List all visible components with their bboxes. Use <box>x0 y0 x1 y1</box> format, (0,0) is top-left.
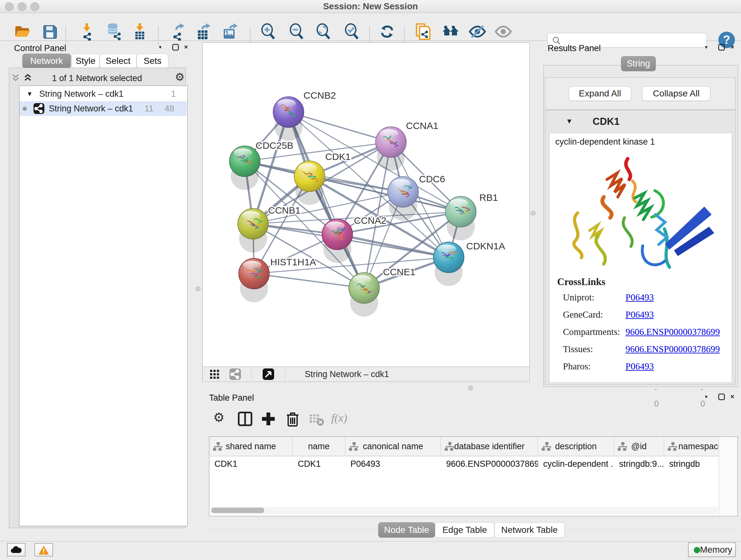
tab-string-results[interactable]: String <box>621 56 656 71</box>
crosslink-row: Uniprot:P06493 <box>557 288 605 305</box>
table-options-gear-icon[interactable]: ⚙ <box>213 412 231 430</box>
table-vertical-scrollbar[interactable] <box>719 437 738 515</box>
export-network-icon[interactable] <box>169 23 187 41</box>
node-label-cdkn1a: CDKN1A <box>466 241 505 251</box>
cytoscape-window: Session: New Session <box>0 0 741 560</box>
results-panel-close-icon[interactable]: ✕ <box>727 44 738 54</box>
column-label: name <box>293 437 345 456</box>
save-session-icon[interactable] <box>41 23 59 41</box>
open-session-icon[interactable] <box>13 23 30 41</box>
function-builder-icon: f(x) <box>331 411 347 425</box>
protein-detail-card: cyclin-dependent kinase 1 <box>549 133 732 383</box>
table-cell[interactable]: stringdb:9... <box>614 456 664 472</box>
network-collection-row[interactable]: ▼ String Network – cdk1 1 <box>19 86 187 101</box>
node-gloss <box>392 179 410 187</box>
section-expanded-icon[interactable]: ▼ <box>566 117 573 125</box>
control-panel-float-icon[interactable] <box>170 44 181 53</box>
refresh-network-icon[interactable] <box>378 23 396 41</box>
crosslink-link[interactable]: P06493 <box>625 292 654 303</box>
current-network-name: String Network – cdk1 <box>305 367 389 381</box>
table-cell[interactable]: CDK1 <box>209 456 293 472</box>
results-panel-collapse-icon[interactable]: ▾ <box>701 44 712 54</box>
network-edge[interactable] <box>337 234 449 257</box>
show-all-icon[interactable] <box>494 23 512 41</box>
network-share-view-icon[interactable] <box>229 368 241 380</box>
table-panel-collapse-icon[interactable]: ▾ <box>701 394 712 403</box>
column-header-canonical-name[interactable]: canonical name <box>345 437 441 456</box>
crosslink-link[interactable]: P06493 <box>625 361 654 372</box>
tab-network-table[interactable]: Network Table <box>494 522 564 538</box>
tab-select[interactable]: Select <box>99 54 137 68</box>
zoom-fit-icon[interactable] <box>315 23 333 41</box>
network-view[interactable]: CCNB2CCNA1CDC25BCDK1CDC6RB1CCNB1CCNA2CDK… <box>202 43 530 367</box>
node-label-cdc25b: CDC25B <box>256 140 293 151</box>
right-splitter-handle[interactable] <box>531 211 536 215</box>
title-bar: Session: New Session <box>0 0 741 13</box>
results-panel-title: Results Panel <box>548 44 601 53</box>
tree-expanded-icon[interactable]: ▼ <box>26 86 33 101</box>
cloud-status-button[interactable] <box>7 543 25 557</box>
column-header-shared-name[interactable]: shared name <box>209 437 293 456</box>
delete-table-icon <box>307 410 325 428</box>
network-selection-summary: 1 of 1 Network selected <box>10 73 185 83</box>
node-gloss <box>437 245 456 253</box>
table-cell[interactable]: P06493 <box>345 456 441 472</box>
add-column-icon[interactable] <box>259 410 277 428</box>
table-columns-icon[interactable] <box>236 410 254 428</box>
import-network-icon[interactable] <box>78 23 96 41</box>
crosslink-link[interactable]: 9606.ENSP00000378699 <box>625 327 720 337</box>
table-cell[interactable]: cyclin-dependent ... <box>538 456 614 472</box>
zoom-selected-icon[interactable] <box>343 23 361 41</box>
bottom-splitter-handle[interactable] <box>468 386 473 390</box>
cloud-icon <box>10 545 23 555</box>
node-label-rb1: RB1 <box>479 192 498 203</box>
node-gloss <box>298 164 317 172</box>
tab-edge-table[interactable]: Edge Table <box>435 522 494 538</box>
warnings-button[interactable] <box>35 543 53 557</box>
scrollbar-thumb[interactable] <box>211 508 264 513</box>
grid-view-icon[interactable] <box>210 369 220 380</box>
network-options-gear-icon[interactable]: ⚙ <box>175 71 185 82</box>
left-splitter-handle[interactable] <box>196 287 200 291</box>
hide-selected-icon[interactable] <box>468 23 486 41</box>
network-edge[interactable] <box>254 273 364 288</box>
main-toolbar: ? <box>0 13 741 41</box>
results-panel-float-icon[interactable] <box>716 44 727 53</box>
expand-all-button[interactable]: Expand All <box>569 86 631 101</box>
import-network-database-icon[interactable] <box>105 23 123 41</box>
tab-sets[interactable]: Sets <box>137 54 169 68</box>
column-header-description[interactable]: description <box>538 437 614 456</box>
tab-style[interactable]: Style <box>71 54 99 68</box>
node-gloss <box>233 148 252 157</box>
copy-network-icon[interactable] <box>414 23 432 41</box>
collapse-all-button[interactable]: Collapse All <box>642 86 711 101</box>
table-cell[interactable]: CDK1 <box>293 456 345 472</box>
tab-node-table[interactable]: Node Table <box>378 522 435 538</box>
node-table[interactable]: shared namenamecanonical namedatabase id… <box>209 436 738 516</box>
birds-eye-view-icon[interactable] <box>263 368 274 380</box>
column-header-name[interactable]: name <box>293 437 345 456</box>
table-panel-close-icon[interactable]: ✕ <box>727 394 738 403</box>
column-header-database-identifier[interactable]: database identifier <box>441 437 538 456</box>
crosslink-link[interactable]: 9606.ENSP00000378699 <box>625 344 720 354</box>
network-edge[interactable] <box>288 112 391 142</box>
table-panel-float-icon[interactable] <box>716 393 727 402</box>
export-table-icon[interactable] <box>194 23 212 41</box>
collection-count: 1 <box>153 86 176 101</box>
memory-button[interactable]: Memory <box>688 543 736 557</box>
string-home-icon[interactable] <box>442 23 460 41</box>
control-panel-collapse-icon[interactable]: ▾ <box>155 44 165 54</box>
column-header--id[interactable]: @id <box>614 437 664 456</box>
crosslink-link[interactable]: P06493 <box>625 309 654 320</box>
zoom-in-icon[interactable] <box>259 23 277 41</box>
import-table-icon[interactable] <box>131 23 149 41</box>
network-row-selected[interactable]: String Network – cdk1 11 48 <box>19 101 187 116</box>
table-horizontal-scrollbar[interactable] <box>210 507 718 514</box>
zoom-out-icon[interactable] <box>288 23 306 41</box>
export-image-icon[interactable] <box>220 23 239 41</box>
table-cell[interactable]: 9606.ENSP00000378699 <box>441 456 538 472</box>
control-panel-close-icon[interactable]: ✕ <box>181 44 192 54</box>
delete-column-icon[interactable] <box>284 410 301 428</box>
network-svg: CCNB2CCNA1CDC25BCDK1CDC6RB1CCNB1CCNA2CDK… <box>203 43 529 367</box>
tab-network[interactable]: Network <box>22 54 71 68</box>
